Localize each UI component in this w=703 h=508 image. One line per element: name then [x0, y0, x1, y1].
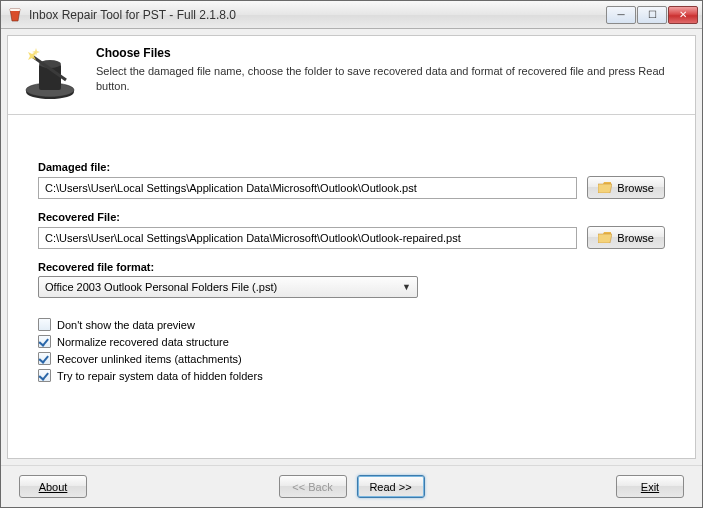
- window-controls: ─ ☐ ✕: [606, 6, 698, 24]
- footer: About << Back Read >> Exit: [1, 465, 702, 507]
- chevron-down-icon: ▼: [402, 282, 411, 292]
- exit-button[interactable]: Exit: [616, 475, 684, 498]
- content-panel: Choose Files Select the damaged file nam…: [7, 35, 696, 459]
- format-select[interactable]: Office 2003 Outlook Personal Folders Fil…: [38, 276, 418, 298]
- format-label: Recovered file format:: [38, 261, 665, 273]
- header-description: Select the damaged file name, choose the…: [96, 64, 681, 95]
- form-area: Damaged file: Browse Recovered File:: [8, 115, 695, 458]
- wizard-icon: [22, 46, 78, 102]
- damaged-file-label: Damaged file:: [38, 161, 665, 173]
- normalize-checkbox[interactable]: [38, 335, 51, 348]
- unlinked-checkbox[interactable]: [38, 352, 51, 365]
- back-label: << Back: [292, 481, 332, 493]
- read-button[interactable]: Read >>: [357, 475, 425, 498]
- browse-damaged-button[interactable]: Browse: [587, 176, 665, 199]
- unlinked-label: Recover unlinked items (attachments): [57, 353, 242, 365]
- about-label: About: [39, 481, 68, 493]
- app-window: Inbox Repair Tool for PST - Full 2.1.8.0…: [0, 0, 703, 508]
- header-text: Choose Files Select the damaged file nam…: [96, 46, 681, 102]
- maximize-button[interactable]: ☐: [637, 6, 667, 24]
- close-button[interactable]: ✕: [668, 6, 698, 24]
- folder-icon: [598, 232, 612, 243]
- minimize-button[interactable]: ─: [606, 6, 636, 24]
- back-button[interactable]: << Back: [279, 475, 347, 498]
- hidden-label: Try to repair system data of hidden fold…: [57, 370, 263, 382]
- header-title: Choose Files: [96, 46, 681, 60]
- damaged-file-input[interactable]: [38, 177, 577, 199]
- titlebar: Inbox Repair Tool for PST - Full 2.1.8.0…: [1, 1, 702, 29]
- folder-icon: [598, 182, 612, 193]
- wizard-header: Choose Files Select the damaged file nam…: [8, 36, 695, 115]
- app-icon: [7, 7, 23, 23]
- normalize-label: Normalize recovered data structure: [57, 336, 229, 348]
- recovered-file-input[interactable]: [38, 227, 577, 249]
- browse-label: Browse: [617, 182, 654, 194]
- preview-checkbox[interactable]: [38, 318, 51, 331]
- recovered-file-label: Recovered File:: [38, 211, 665, 223]
- read-label: Read >>: [369, 481, 411, 493]
- window-title: Inbox Repair Tool for PST - Full 2.1.8.0: [29, 8, 606, 22]
- format-value: Office 2003 Outlook Personal Folders Fil…: [45, 281, 277, 293]
- browse-recovered-button[interactable]: Browse: [587, 226, 665, 249]
- preview-label: Don't show the data preview: [57, 319, 195, 331]
- options-group: Don't show the data preview Normalize re…: [38, 318, 665, 382]
- browse-label: Browse: [617, 232, 654, 244]
- about-button[interactable]: About: [19, 475, 87, 498]
- exit-label: Exit: [641, 481, 659, 493]
- hidden-checkbox[interactable]: [38, 369, 51, 382]
